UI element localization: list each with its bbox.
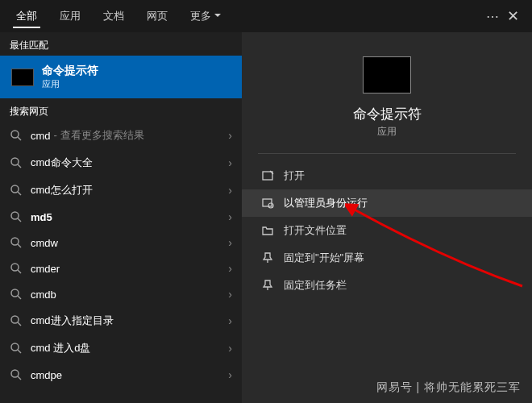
chevron-right-icon: › (228, 184, 232, 197)
search-suggestion[interactable]: cmd怎么打开› (0, 177, 242, 204)
tab-web[interactable]: 网页 (135, 2, 179, 30)
search-icon (10, 314, 23, 327)
search-suggestion[interactable]: cmder› (0, 256, 242, 281)
search-icon (10, 262, 23, 275)
search-icon (10, 236, 23, 249)
svg-point-4 (11, 185, 19, 193)
suggestion-term: md5 (31, 211, 52, 223)
pin-taskbar-icon (261, 279, 284, 292)
suggestion-term: cmdw (31, 237, 58, 249)
svg-point-10 (11, 264, 19, 271)
svg-line-17 (18, 350, 21, 353)
more-options-icon[interactable]: ⋯ (486, 9, 501, 24)
svg-line-7 (18, 218, 21, 222)
open-icon (261, 169, 284, 182)
chevron-right-icon: › (228, 156, 232, 169)
cmd-icon (11, 69, 34, 86)
svg-line-1 (18, 137, 21, 140)
tabs-bar: 全部 应用 文档 网页 更多 ⋯ ✕ (0, 0, 532, 32)
best-match-label: 最佳匹配 (0, 32, 242, 56)
svg-line-13 (18, 296, 21, 299)
folder-icon (261, 224, 284, 237)
svg-line-15 (18, 322, 21, 326)
suggestion-term: cmd进入指定目录 (31, 314, 114, 328)
preview-panel: 命令提示符 应用 打开以管理员身份运行打开文件位置固定到"开始"屏幕固定到任务栏… (242, 32, 532, 403)
suggestion-term: cmdb (31, 289, 56, 301)
action-label: 打开文件位置 (284, 223, 347, 238)
action-label: 固定到任务栏 (284, 278, 347, 293)
search-suggestion[interactable]: cmd进入指定目录› (0, 307, 242, 334)
svg-line-3 (18, 164, 21, 168)
svg-point-22 (268, 203, 273, 208)
best-match-title: 命令提示符 (42, 64, 98, 78)
main: 最佳匹配 命令提示符 应用 搜索网页 cmd - 查看更多搜索结果›cmd命令大… (0, 32, 532, 403)
search-icon (10, 368, 23, 381)
svg-point-16 (11, 343, 19, 351)
search-suggestion[interactable]: cmd - 查看更多搜索结果› (0, 122, 242, 149)
search-web-label: 搜索网页 (0, 98, 242, 122)
search-icon (10, 156, 23, 169)
search-icon (10, 210, 23, 223)
search-suggestion[interactable]: cmdpe› (0, 362, 242, 388)
close-icon[interactable]: ✕ (507, 7, 519, 25)
svg-point-12 (11, 289, 19, 297)
svg-rect-20 (263, 172, 272, 180)
svg-point-8 (11, 238, 19, 245)
action-label: 打开 (284, 168, 305, 183)
action-admin[interactable]: 以管理员身份运行 (242, 189, 532, 217)
chevron-right-icon: › (228, 288, 232, 301)
preview-title: 命令提示符 (353, 105, 422, 123)
action-label: 固定到"开始"屏幕 (284, 251, 364, 265)
search-suggestion[interactable]: cmdw› (0, 230, 242, 256)
action-pin-taskbar[interactable]: 固定到任务栏 (242, 272, 532, 299)
admin-icon (261, 197, 284, 210)
tab-more[interactable]: 更多 (179, 2, 232, 30)
svg-line-9 (18, 244, 21, 247)
svg-point-18 (11, 370, 19, 377)
action-label: 以管理员身份运行 (284, 196, 368, 210)
suggestion-hint: - 查看更多搜索结果 (54, 128, 144, 143)
chevron-right-icon: › (228, 262, 232, 275)
search-suggestion[interactable]: md5› (0, 204, 242, 230)
search-icon (10, 342, 23, 355)
svg-point-14 (11, 316, 19, 323)
suggestion-term: cmd命令大全 (31, 156, 93, 170)
chevron-right-icon: › (228, 129, 232, 142)
search-suggestion[interactable]: cmdb› (0, 281, 242, 307)
chevron-right-icon: › (228, 236, 232, 249)
svg-point-2 (11, 158, 19, 165)
search-icon (10, 288, 23, 301)
chevron-right-icon: › (228, 210, 232, 223)
suggestion-term: cmd (31, 130, 51, 142)
tab-docs[interactable]: 文档 (92, 2, 135, 30)
tab-all[interactable]: 全部 (5, 2, 48, 30)
action-folder[interactable]: 打开文件位置 (242, 217, 532, 244)
svg-point-0 (11, 131, 19, 138)
chevron-right-icon: › (228, 368, 232, 381)
preview-cmd-icon (363, 56, 411, 93)
action-open[interactable]: 打开 (242, 162, 532, 189)
suggestion-term: cmder (31, 263, 60, 275)
search-suggestion[interactable]: cmd命令大全› (0, 149, 242, 177)
best-match-subtitle: 应用 (42, 78, 98, 90)
tab-apps[interactable]: 应用 (48, 2, 92, 30)
watermark: 网易号 | 将帅无能累死三军 (376, 380, 521, 395)
suggestion-term: cmd怎么打开 (31, 183, 93, 197)
svg-line-5 (18, 192, 21, 195)
svg-point-6 (11, 212, 19, 219)
svg-line-19 (18, 376, 21, 380)
pin-start-icon (261, 251, 284, 264)
search-icon (10, 184, 23, 197)
preview-subtitle: 应用 (377, 125, 397, 139)
svg-line-11 (18, 270, 21, 273)
results-panel: 最佳匹配 命令提示符 应用 搜索网页 cmd - 查看更多搜索结果›cmd命令大… (0, 32, 242, 403)
action-pin-start[interactable]: 固定到"开始"屏幕 (242, 244, 532, 272)
search-suggestion[interactable]: cmd 进入d盘› (0, 334, 242, 362)
search-icon (10, 129, 23, 142)
suggestion-term: cmd 进入d盘 (31, 341, 90, 355)
best-match-item[interactable]: 命令提示符 应用 (0, 56, 242, 98)
chevron-right-icon: › (228, 342, 232, 355)
suggestion-term: cmdpe (31, 369, 62, 381)
chevron-right-icon: › (228, 314, 232, 327)
